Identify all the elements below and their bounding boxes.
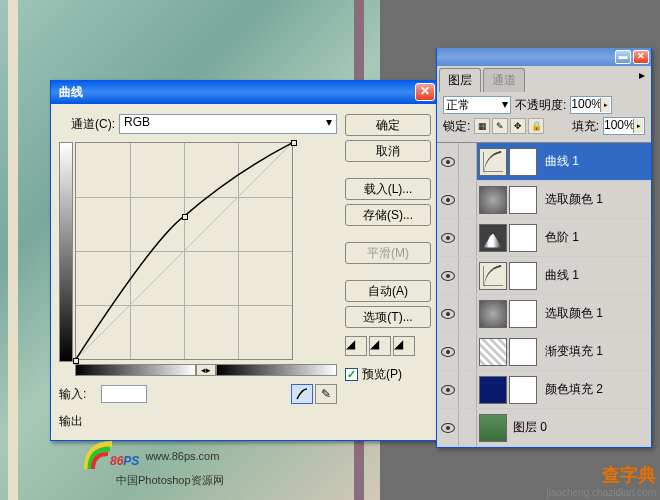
preview-checkbox[interactable]: ✓ bbox=[345, 368, 358, 381]
link-column[interactable] bbox=[459, 333, 477, 370]
svg-line-0 bbox=[76, 143, 292, 359]
layer-row[interactable]: 图层 0 bbox=[437, 409, 651, 447]
layer-thumbnail[interactable] bbox=[479, 338, 507, 366]
save-button[interactable]: 存储(S)... bbox=[345, 204, 431, 226]
blend-mode-select[interactable]: 正常▾ bbox=[443, 96, 511, 114]
close-icon[interactable]: ✕ bbox=[633, 50, 649, 64]
lock-label: 锁定: bbox=[443, 118, 470, 135]
layers-panel: ▬ ✕ 图层 通道 ▸ 正常▾ 不透明度: 100%▸ 锁定: ▦ ✎ ✥ 🔒 … bbox=[436, 48, 652, 448]
link-column[interactable] bbox=[459, 257, 477, 294]
link-column[interactable] bbox=[459, 219, 477, 256]
lock-all-icon[interactable]: 🔒 bbox=[528, 118, 544, 134]
layer-mask-thumbnail[interactable] bbox=[509, 300, 537, 328]
layer-thumbnail[interactable] bbox=[479, 224, 507, 252]
lock-paint-icon[interactable]: ✎ bbox=[492, 118, 508, 134]
preview-label: 预览(P) bbox=[362, 366, 402, 383]
layer-thumbnail[interactable] bbox=[479, 148, 507, 176]
minimize-icon[interactable]: ▬ bbox=[615, 50, 631, 64]
layer-row[interactable]: 曲线 1 bbox=[437, 257, 651, 295]
panel-titlebar[interactable]: ▬ ✕ bbox=[437, 48, 651, 66]
watermark-subtitle: 中国Photoshop资源网 bbox=[116, 473, 224, 488]
layer-name: 颜色填充 2 bbox=[541, 381, 651, 398]
layer-row[interactable]: 色阶 1 bbox=[437, 219, 651, 257]
link-column[interactable] bbox=[459, 181, 477, 218]
eye-icon bbox=[441, 233, 455, 243]
panel-menu-icon[interactable]: ▸ bbox=[635, 68, 649, 92]
link-column[interactable] bbox=[459, 143, 477, 180]
eyedropper-black-icon[interactable]: ◢ bbox=[345, 336, 367, 356]
curve-point[interactable] bbox=[291, 140, 297, 146]
fill-input[interactable]: 100%▸ bbox=[603, 117, 645, 135]
layer-mask-thumbnail[interactable] bbox=[509, 224, 537, 252]
layer-row[interactable]: 选取颜色 1 bbox=[437, 295, 651, 333]
curve-point[interactable] bbox=[73, 358, 79, 364]
lock-position-icon[interactable]: ✥ bbox=[510, 118, 526, 134]
link-column[interactable] bbox=[459, 371, 477, 408]
layer-name: 选取颜色 1 bbox=[541, 191, 651, 208]
visibility-toggle[interactable] bbox=[437, 295, 459, 332]
cancel-button[interactable]: 取消 bbox=[345, 140, 431, 162]
output-label: 输出 bbox=[59, 413, 97, 430]
smooth-button: 平滑(M) bbox=[345, 242, 431, 264]
eye-icon bbox=[441, 347, 455, 357]
opacity-label: 不透明度: bbox=[515, 97, 566, 114]
layer-mask-thumbnail[interactable] bbox=[509, 338, 537, 366]
layer-row[interactable]: 曲线 1 bbox=[437, 143, 651, 181]
dialog-titlebar[interactable]: 曲线 ✕ bbox=[51, 80, 439, 104]
pencil-tool-icon[interactable]: ✎ bbox=[315, 384, 337, 404]
visibility-toggle[interactable] bbox=[437, 181, 459, 218]
eye-icon bbox=[441, 385, 455, 395]
eyedropper-gray-icon[interactable]: ◢ bbox=[369, 336, 391, 356]
eye-icon bbox=[441, 309, 455, 319]
link-column[interactable] bbox=[459, 295, 477, 332]
layer-name: 色阶 1 bbox=[541, 229, 651, 246]
fill-label: 填充: bbox=[572, 118, 599, 135]
curve-tool-icon[interactable] bbox=[291, 384, 313, 404]
visibility-toggle[interactable] bbox=[437, 219, 459, 256]
curve-path bbox=[76, 143, 292, 359]
layer-name: 选取颜色 1 bbox=[541, 305, 651, 322]
layer-mask-thumbnail[interactable] bbox=[509, 262, 537, 290]
layer-row[interactable]: 颜色填充 2 bbox=[437, 371, 651, 409]
horizontal-gradient-right bbox=[216, 364, 337, 376]
horizontal-gradient-left bbox=[75, 364, 196, 376]
visibility-toggle[interactable] bbox=[437, 257, 459, 294]
options-button[interactable]: 选项(T)... bbox=[345, 306, 431, 328]
opacity-input[interactable]: 100%▸ bbox=[570, 96, 612, 114]
eye-icon bbox=[441, 195, 455, 205]
close-icon[interactable]: ✕ bbox=[415, 83, 435, 101]
site-watermark: 查字典 jiaocheng.chazidian.com bbox=[546, 463, 656, 498]
tab-channels[interactable]: 通道 bbox=[483, 68, 525, 92]
layer-thumbnail[interactable] bbox=[479, 376, 507, 404]
dialog-title: 曲线 bbox=[55, 84, 415, 101]
visibility-toggle[interactable] bbox=[437, 333, 459, 370]
curve-point[interactable] bbox=[182, 214, 188, 220]
eye-icon bbox=[441, 423, 455, 433]
layer-thumbnail[interactable] bbox=[479, 186, 507, 214]
eyedropper-white-icon[interactable]: ◢ bbox=[393, 336, 415, 356]
visibility-toggle[interactable] bbox=[437, 409, 459, 446]
gradient-swap-handle[interactable]: ◂▸ bbox=[196, 364, 216, 376]
curve-graph[interactable] bbox=[75, 142, 293, 360]
layer-thumbnail[interactable] bbox=[479, 414, 507, 442]
curves-dialog: 曲线 ✕ 通道(C): RGB ▾ bbox=[50, 80, 440, 441]
layer-thumbnail[interactable] bbox=[479, 300, 507, 328]
layer-row[interactable]: 选取颜色 1 bbox=[437, 181, 651, 219]
layer-mask-thumbnail[interactable] bbox=[509, 148, 537, 176]
channel-select[interactable]: RGB ▾ bbox=[119, 114, 337, 134]
visibility-toggle[interactable] bbox=[437, 143, 459, 180]
visibility-toggle[interactable] bbox=[437, 371, 459, 408]
input-field[interactable] bbox=[101, 385, 147, 403]
tab-layers[interactable]: 图层 bbox=[439, 68, 481, 92]
auto-button[interactable]: 自动(A) bbox=[345, 280, 431, 302]
layers-list: 曲线 1 选取颜色 1 色阶 1 曲线 1 选取颜色 1 渐变填充 1 颜色 bbox=[437, 143, 651, 447]
layer-mask-thumbnail[interactable] bbox=[509, 186, 537, 214]
layer-row[interactable]: 渐变填充 1 bbox=[437, 333, 651, 371]
ok-button[interactable]: 确定 bbox=[345, 114, 431, 136]
link-column[interactable] bbox=[459, 409, 477, 446]
channel-label: 通道(C): bbox=[59, 116, 115, 133]
lock-transparency-icon[interactable]: ▦ bbox=[474, 118, 490, 134]
layer-mask-thumbnail[interactable] bbox=[509, 376, 537, 404]
layer-thumbnail[interactable] bbox=[479, 262, 507, 290]
load-button[interactable]: 载入(L)... bbox=[345, 178, 431, 200]
